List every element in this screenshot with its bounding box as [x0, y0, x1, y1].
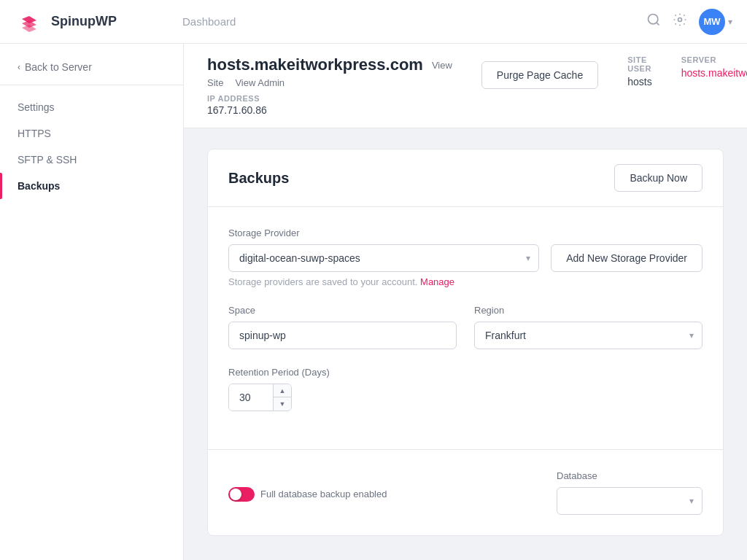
storage-helper-text: Storage providers are saved to your acco…: [228, 276, 703, 287]
site-info: hosts.makeitworkpress.com View Site View…: [207, 55, 452, 116]
manage-link[interactable]: Manage: [420, 276, 454, 287]
site-hostname: hosts.makeitworkpress.com: [207, 55, 423, 74]
retention-group: Retention Period (Days) ▲ ▼: [228, 367, 703, 411]
user-menu[interactable]: MW ▾: [699, 9, 732, 35]
logo-text: SpinupWP: [51, 14, 117, 29]
site-view-link[interactable]: View: [432, 60, 452, 71]
sidebar-item-backups[interactable]: Backups: [0, 173, 183, 199]
nav-search-area: Dashboard: [175, 15, 632, 28]
database-row: Full database backup enabled Database ▾: [228, 470, 703, 515]
content-area: Backups Backup Now Storage Provider digi…: [184, 128, 747, 560]
storage-provider-label: Storage Provider: [228, 228, 703, 238]
site-link[interactable]: Site: [207, 77, 223, 88]
card-header: Backups Backup Now: [208, 149, 723, 207]
svg-point-1: [649, 15, 658, 24]
settings-button[interactable]: [673, 12, 687, 31]
retention-increment-button[interactable]: ▲: [274, 384, 291, 397]
purge-section: Purge Page Cache: [481, 55, 598, 89]
nav-icons: MW ▾: [646, 9, 732, 35]
logo-area: SpinupWP: [15, 7, 160, 36]
sidebar-item-sftp-ssh[interactable]: SFTP & SSH: [0, 147, 183, 173]
server-value[interactable]: hosts.makeitworkpress.com: [681, 67, 747, 79]
space-label: Space: [228, 305, 457, 316]
sidebar-item-settings[interactable]: Settings: [0, 94, 183, 120]
backup-toggle-area: Full database backup enabled: [228, 470, 387, 515]
region-group: Region Frankfurt Amsterdam New York San …: [474, 305, 703, 349]
retention-spinners: ▲ ▼: [273, 384, 291, 411]
top-navigation: SpinupWP Dashboard MW ▾: [0, 0, 747, 44]
storage-provider-group: Storage Provider digital-ocean-suwp-spac…: [228, 228, 703, 287]
space-region-row: Space Region Frankfurt Amsterdam New Yor…: [228, 305, 703, 367]
card-title: Backups: [228, 170, 289, 187]
avatar-caret[interactable]: ▾: [728, 17, 732, 27]
ip-section: IP ADDRESS 167.71.60.86: [207, 94, 452, 116]
back-to-server-label: Back to Server: [25, 61, 92, 73]
database-select-wrapper: ▾: [557, 487, 703, 515]
site-title-row: hosts.makeitworkpress.com View: [207, 55, 452, 74]
search-button[interactable]: [646, 12, 661, 31]
database-field-group: Database ▾: [557, 470, 703, 515]
main-content: hosts.makeitworkpress.com View Site View…: [184, 44, 747, 560]
retention-decrement-button[interactable]: ▼: [274, 397, 291, 411]
avatar[interactable]: MW: [699, 9, 725, 35]
sidebar-nav: Settings HTTPS SFTP & SSH Backups: [0, 94, 183, 199]
storage-provider-select-wrapper: digital-ocean-suwp-spaces Amazon S3 Goog…: [228, 244, 539, 272]
retention-input[interactable]: [229, 384, 273, 411]
database-label: Database: [557, 470, 703, 481]
backup-toggle[interactable]: [228, 487, 255, 502]
back-to-server-link[interactable]: ‹ Back to Server: [0, 55, 183, 85]
region-select[interactable]: Frankfurt Amsterdam New York San Francis…: [474, 322, 703, 349]
purge-cache-button[interactable]: Purge Page Cache: [481, 61, 598, 89]
sidebar-item-https[interactable]: HTTPS: [0, 120, 183, 147]
storage-provider-select[interactable]: digital-ocean-suwp-spaces Amazon S3 Goog…: [228, 244, 539, 272]
svg-point-3: [678, 18, 682, 22]
gear-icon: [673, 12, 687, 27]
card-body: Storage Provider digital-ocean-suwp-spac…: [208, 207, 723, 449]
ip-label: IP ADDRESS: [207, 94, 452, 103]
sidebar: ‹ Back to Server Settings HTTPS SFTP & S…: [0, 44, 184, 560]
region-select-wrapper: Frankfurt Amsterdam New York San Francis…: [474, 322, 703, 349]
retention-input-wrapper: ▲ ▼: [228, 384, 292, 411]
server-group: SERVER hosts.makeitworkpress.com: [681, 55, 747, 88]
server-label: SERVER: [681, 55, 747, 64]
logo-icon: [15, 7, 44, 36]
database-section: Full database backup enabled Database ▾: [208, 450, 723, 535]
storage-provider-row: digital-ocean-suwp-spaces Amazon S3 Goog…: [228, 244, 703, 272]
space-input[interactable]: [228, 322, 457, 349]
search-icon: [646, 12, 661, 27]
space-group: Space: [228, 305, 457, 349]
svg-line-2: [657, 23, 659, 26]
ip-value: 167.71.60.86: [207, 104, 452, 116]
site-user-label: SITE USER: [627, 55, 651, 73]
site-links: Site View Admin: [207, 77, 452, 88]
backup-now-button[interactable]: Backup Now: [614, 164, 703, 192]
site-user-group: SITE USER hosts: [627, 55, 651, 88]
region-label: Region: [474, 305, 703, 316]
toggle-label: Full database backup enabled: [260, 489, 387, 499]
view-admin-link[interactable]: View Admin: [235, 77, 285, 88]
backups-card: Backups Backup Now Storage Provider digi…: [207, 149, 724, 536]
back-chevron-icon: ‹: [18, 62, 20, 72]
database-select[interactable]: [557, 487, 703, 515]
add-storage-provider-button[interactable]: Add New Storage Provider: [551, 244, 703, 272]
site-header: hosts.makeitworkpress.com View Site View…: [184, 44, 747, 128]
main-layout: ‹ Back to Server Settings HTTPS SFTP & S…: [0, 44, 747, 560]
retention-label: Retention Period (Days): [228, 367, 703, 378]
dashboard-link[interactable]: Dashboard: [175, 15, 243, 28]
site-user-value: hosts: [627, 76, 651, 88]
site-meta: SITE USER hosts SERVER hosts.makeitworkp…: [627, 55, 747, 88]
